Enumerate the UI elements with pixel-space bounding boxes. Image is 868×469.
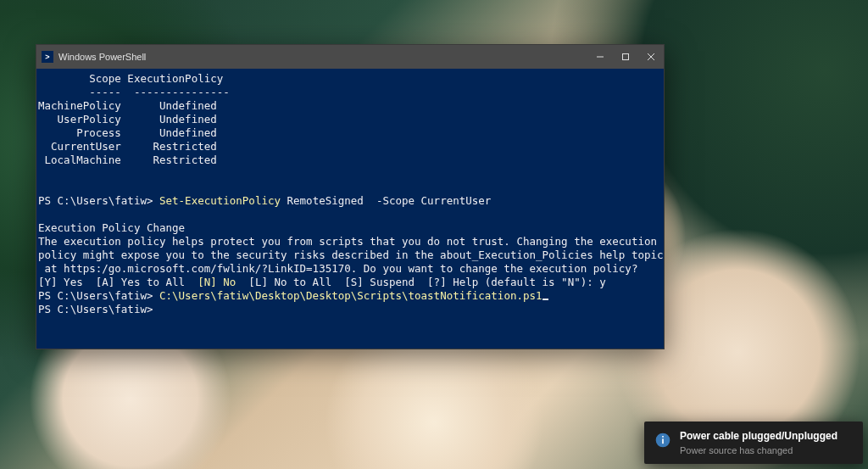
policy-change-body: policy might expose you to the security …	[38, 248, 664, 261]
prompt-line-1: PS C:\Users\fatiw> Set-ExecutionPolicy R…	[38, 194, 491, 207]
powershell-icon: >	[42, 51, 53, 63]
maximize-button[interactable]	[613, 45, 638, 69]
toast-message: Power source has changed	[680, 445, 853, 455]
toast-body: Power cable plugged/Unplugged Power sour…	[680, 430, 853, 455]
svg-rect-6	[662, 436, 664, 438]
table-row: UserPolicy Undefined	[38, 113, 217, 126]
terminal-cursor	[542, 299, 548, 300]
terminal-output[interactable]: Scope ExecutionPolicy ----- ------------…	[36, 69, 664, 349]
toast-title: Power cable plugged/Unplugged	[680, 430, 853, 444]
prompt-line-3: PS C:\Users\fatiw>	[38, 303, 153, 315]
col-header-rule: ----- ---------------	[38, 86, 230, 98]
policy-change-heading: Execution Policy Change	[38, 221, 185, 234]
svg-rect-5	[662, 439, 664, 444]
col-header-policy: ExecutionPolicy	[121, 72, 223, 85]
minimize-button[interactable]	[587, 45, 613, 69]
window-titlebar[interactable]: > Windows PowerShell	[36, 45, 664, 69]
prompt-line-2: PS C:\Users\fatiw> C:\Users\fatiw\Deskto…	[38, 289, 542, 302]
info-icon	[654, 432, 671, 449]
table-row: Process Undefined	[38, 126, 217, 139]
window-controls	[587, 45, 664, 69]
toast-notification[interactable]: Power cable plugged/Unplugged Power sour…	[644, 422, 863, 464]
table-row: MachinePolicy Undefined	[38, 99, 217, 112]
policy-change-body: The execution policy helps protect you f…	[38, 235, 657, 248]
close-button[interactable]	[638, 45, 664, 69]
policy-choices: [Y] Yes [A] Yes to All [N] No [L] No to …	[38, 276, 606, 288]
col-header-scope: Scope	[38, 72, 121, 85]
svg-rect-1	[623, 54, 629, 60]
table-row: LocalMachine Restricted	[38, 154, 217, 166]
window-title: Windows PowerShell	[58, 52, 587, 62]
policy-change-body: at https:/go.microsoft.com/fwlink/?LinkI…	[38, 262, 637, 275]
powershell-window: > Windows PowerShell Scope ExecutionPoli…	[36, 44, 665, 349]
table-row: CurrentUser Restricted	[38, 140, 217, 153]
